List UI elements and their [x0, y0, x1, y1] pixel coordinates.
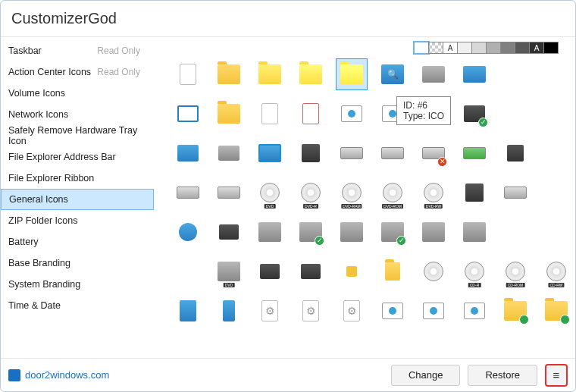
icon-dvd-disc[interactable]: DVD — [254, 177, 286, 209]
bg-swatch[interactable]: A — [443, 42, 458, 54]
sidebar-item-file-explorer-address-bar[interactable]: File Explorer Address Bar — [1, 146, 154, 168]
sidebar-item-safely-remove-hardware-tray-icon[interactable]: Safely Remove Hardware Tray Icon — [1, 125, 154, 146]
icon-gray-folder[interactable] — [418, 58, 449, 90]
icon-blue-folder[interactable] — [459, 58, 490, 90]
icon-printer-4[interactable] — [418, 216, 449, 248]
sidebar-item-system-branding[interactable]: System Branding — [1, 274, 154, 295]
icon-mp3-player[interactable] — [213, 295, 245, 327]
icon-printer-3[interactable] — [336, 216, 368, 248]
sidebar: TaskbarRead OnlyAction Center IconsRead … — [1, 37, 154, 358]
sidebar-item-zip-folder-icons[interactable]: ZIP Folder Icons — [1, 210, 154, 231]
icon-clipboard[interactable] — [172, 295, 204, 327]
icon-network-pc[interactable] — [172, 137, 204, 169]
icon-folder-empty[interactable] — [295, 58, 327, 90]
icon-program-window[interactable] — [172, 98, 204, 130]
icon-sd-card[interactable] — [377, 256, 409, 287]
icon-dvd-rom[interactable]: DVD-ROM — [377, 177, 409, 209]
icon-floppy[interactable] — [295, 137, 327, 169]
icon-dvd-drive[interactable]: DVD — [213, 256, 245, 287]
disc-label: CD-ROM — [506, 283, 525, 287]
icon-search-folder[interactable]: 🔍 — [377, 58, 409, 90]
sidebar-item-volume-icons[interactable]: Volume Icons — [1, 83, 154, 104]
icon-printer-ok-2[interactable]: ✓ — [377, 216, 409, 248]
bg-swatch[interactable] — [500, 42, 515, 54]
icon-folder-closed[interactable] — [213, 58, 245, 90]
icon-printer-folder[interactable] — [213, 137, 245, 169]
icon-cd-rom[interactable]: CD-ROM — [499, 256, 531, 287]
icon-drive[interactable] — [336, 137, 368, 169]
icon-yellow-folder-2[interactable] — [213, 98, 245, 130]
icon-cd-r[interactable]: CD-R — [459, 256, 490, 287]
icon-chip[interactable] — [499, 137, 531, 169]
sidebar-item-general-icons[interactable]: General Icons — [1, 189, 154, 210]
readonly-badge: Read Only — [97, 45, 146, 56]
icon-hdd[interactable] — [172, 177, 204, 209]
settings-doc-2-icon — [302, 300, 319, 321]
tooltip-id: ID: #6 — [403, 100, 444, 111]
icon-recycle-empty[interactable]: 🗑 — [172, 256, 204, 287]
icon-grid[interactable]: ID: #6 Type: ICO 🔍✓✕DVDDVD-RDVD-RAMDVD-R… — [154, 54, 575, 358]
sidebar-item-taskbar[interactable]: TaskbarRead Only — [1, 40, 154, 61]
icon-web-folder[interactable] — [499, 295, 531, 327]
icon-settings-doc[interactable] — [254, 295, 286, 327]
icon-image-2[interactable] — [418, 295, 449, 327]
icon-printer[interactable] — [254, 216, 286, 248]
bg-swatch[interactable] — [486, 42, 501, 54]
icon-drive-alt[interactable] — [499, 177, 531, 209]
icon-settings-doc-3[interactable] — [336, 295, 368, 327]
sidebar-item-battery[interactable]: Battery — [1, 231, 154, 252]
icon-mail-doc[interactable] — [295, 98, 327, 130]
icon-dvd-ram[interactable]: DVD-RAM — [336, 177, 368, 209]
disc-label: DVD — [224, 283, 235, 287]
bg-swatch[interactable] — [515, 42, 530, 54]
icon-control-panel[interactable] — [254, 137, 286, 169]
icon-dvd-rw[interactable]: DVD-RW — [418, 177, 449, 209]
menu-button[interactable]: ≡ — [545, 364, 568, 387]
icon-printer-5[interactable] — [459, 216, 490, 248]
icon-web-folder-2[interactable] — [540, 295, 572, 327]
sidebar-item-label: General Icons — [9, 194, 68, 205]
icon-cd[interactable] — [418, 256, 449, 287]
icon-lock[interactable] — [336, 256, 368, 287]
icon-image-3[interactable] — [459, 295, 490, 327]
bg-swatch[interactable]: A — [529, 42, 544, 54]
background-picker: AA — [154, 37, 575, 54]
footer-link[interactable]: door2windows.com — [8, 369, 109, 381]
icon-folder-open-alt[interactable] — [336, 58, 368, 90]
icon-globe[interactable] — [172, 216, 204, 248]
icon-camera[interactable] — [254, 256, 286, 287]
icon-settings-doc-2[interactable] — [295, 295, 327, 327]
icon-image-1[interactable] — [377, 295, 409, 327]
dvd-drive-icon — [218, 262, 240, 281]
sidebar-item-file-explorer-ribbon[interactable]: File Explorer Ribbon — [1, 168, 154, 189]
icon-picture-doc[interactable] — [336, 98, 368, 130]
clipboard-icon — [180, 300, 196, 321]
icon-cd-rw[interactable]: CD-RW — [540, 256, 572, 287]
icon-drive-2[interactable] — [377, 137, 409, 169]
sidebar-item-time-date[interactable]: Time & Date — [1, 295, 154, 316]
icon-blank-doc[interactable] — [172, 58, 204, 90]
icon-camera-2[interactable] — [295, 256, 327, 287]
bg-swatch[interactable] — [471, 42, 487, 54]
icon-video-file-ok[interactable]: ✓ — [459, 98, 490, 130]
sidebar-item-action-center-icons[interactable]: Action Center IconsRead Only — [1, 61, 154, 83]
icon-drive-green[interactable] — [459, 137, 490, 169]
icon-text-doc[interactable] — [254, 98, 286, 130]
change-button[interactable]: Change — [391, 365, 461, 386]
icon-drive-error[interactable]: ✕ — [418, 137, 449, 169]
icon-dvd-r[interactable]: DVD-R — [295, 177, 327, 209]
icon-floppy-b[interactable] — [459, 177, 490, 209]
icon-recycle-full[interactable]: 🗑 — [499, 216, 531, 248]
bg-swatch[interactable] — [414, 42, 429, 54]
bg-swatch[interactable] — [543, 42, 559, 54]
bg-swatch[interactable] — [428, 42, 443, 54]
sidebar-item-network-icons[interactable]: Network Icons — [1, 104, 154, 125]
icon-camcorder[interactable] — [213, 216, 245, 248]
sidebar-item-base-branding[interactable]: Base Branding — [1, 252, 154, 274]
icon-folder-open[interactable] — [254, 58, 286, 90]
icon-printer-ok[interactable]: ✓ — [295, 216, 327, 248]
restore-button[interactable]: Restore — [468, 365, 537, 386]
icon-hdd-win[interactable] — [213, 177, 245, 209]
bg-swatch[interactable] — [457, 42, 472, 54]
dvd-disc-icon — [260, 183, 280, 202]
